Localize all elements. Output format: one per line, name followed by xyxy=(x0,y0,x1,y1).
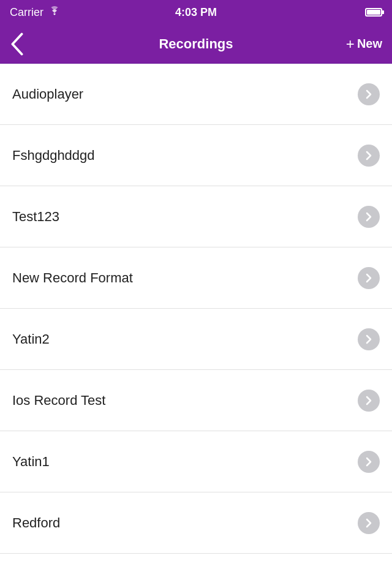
chevron-right-icon xyxy=(358,206,380,228)
new-button[interactable]: + New xyxy=(346,37,382,51)
list-item[interactable]: Test123 xyxy=(0,186,392,247)
nav-bar: Recordings + New xyxy=(0,24,392,64)
list-item[interactable]: Fshgdghddgd xyxy=(0,125,392,186)
back-button[interactable] xyxy=(10,28,29,61)
status-bar-time: 4:03 PM xyxy=(175,6,217,19)
recording-name: Fshgdghddgd xyxy=(12,148,95,164)
recording-name: Redford xyxy=(12,515,60,531)
list-item[interactable]: Yatin1 xyxy=(0,431,392,492)
wifi-icon xyxy=(48,6,61,18)
nav-title: Recordings xyxy=(159,36,233,52)
list-item[interactable]: New Record Format xyxy=(0,247,392,309)
chevron-right-icon xyxy=(358,145,380,167)
battery-icon xyxy=(365,8,382,17)
status-bar-left: Carrier xyxy=(10,6,61,19)
recording-name: Yatin2 xyxy=(12,331,50,347)
chevron-right-icon xyxy=(358,451,380,473)
carrier-label: Carrier xyxy=(10,6,43,19)
list-item[interactable]: Yatin2 xyxy=(0,309,392,370)
list-item[interactable]: Ios Record Test xyxy=(0,370,392,431)
recordings-list: Audioplayer Fshgdghddgd Test123 New Reco… xyxy=(0,64,392,554)
chevron-right-icon xyxy=(358,83,380,105)
recording-name: Test123 xyxy=(12,209,59,225)
chevron-right-icon xyxy=(358,267,380,289)
chevron-right-icon xyxy=(358,328,380,350)
plus-icon: + xyxy=(346,37,355,51)
status-bar-right xyxy=(365,8,382,17)
new-label: New xyxy=(357,37,382,51)
recording-name: Yatin1 xyxy=(12,454,50,470)
chevron-right-icon xyxy=(358,390,380,412)
recording-name: New Record Format xyxy=(12,270,133,286)
recording-name: Ios Record Test xyxy=(12,393,105,409)
status-bar: Carrier 4:03 PM xyxy=(0,0,392,24)
chevron-right-icon xyxy=(358,512,380,534)
list-item[interactable]: Audioplayer xyxy=(0,64,392,125)
recording-name: Audioplayer xyxy=(12,86,83,102)
list-item[interactable]: Redford xyxy=(0,492,392,554)
